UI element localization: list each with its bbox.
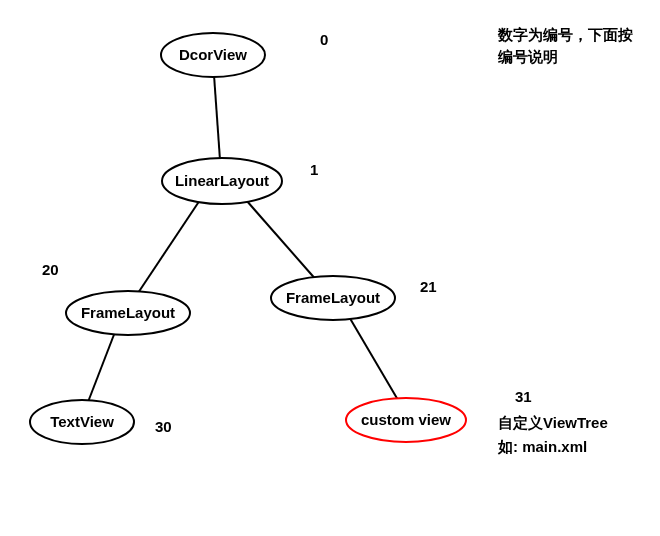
edge-21-31 (348, 315, 398, 400)
note-custom: 自定义ViewTree 如: main.xml (497, 414, 608, 455)
node-framelayout-right-label: FrameLayout (286, 289, 380, 306)
note-top-line1: 数字为编号，下面按 (497, 26, 633, 43)
node-linearlayout-label: LinearLayout (175, 172, 269, 189)
node-linearlayout: LinearLayout 1 (162, 158, 318, 204)
edge-0-1 (214, 75, 220, 160)
node-textview: TextView 30 (30, 400, 172, 444)
note-custom-line2: 如: main.xml (497, 438, 587, 455)
view-tree-diagram: DcorView 0 LinearLayout 1 FrameLayout 20… (0, 0, 660, 536)
node-textview-num: 30 (155, 418, 172, 435)
tree-edges (88, 75, 398, 402)
node-dcorview: DcorView 0 (161, 31, 328, 77)
edge-1-21 (246, 200, 318, 282)
node-dcorview-num: 0 (320, 31, 328, 48)
node-framelayout-left: FrameLayout 20 (42, 261, 190, 335)
node-dcorview-label: DcorView (179, 46, 247, 63)
node-framelayout-left-num: 20 (42, 261, 59, 278)
node-custom-view-label: custom view (361, 411, 451, 428)
note-custom-line1: 自定义ViewTree (498, 414, 608, 431)
note-top-line2: 编号说明 (497, 48, 558, 65)
node-textview-label: TextView (50, 413, 114, 430)
node-linearlayout-num: 1 (310, 161, 318, 178)
node-framelayout-right-num: 21 (420, 278, 437, 295)
node-framelayout-left-label: FrameLayout (81, 304, 175, 321)
node-framelayout-right: FrameLayout 21 (271, 276, 437, 320)
note-top: 数字为编号，下面按 编号说明 (497, 26, 633, 65)
node-custom-view-num: 31 (515, 388, 532, 405)
edge-1-20 (138, 200, 200, 293)
edge-20-30 (88, 332, 115, 402)
